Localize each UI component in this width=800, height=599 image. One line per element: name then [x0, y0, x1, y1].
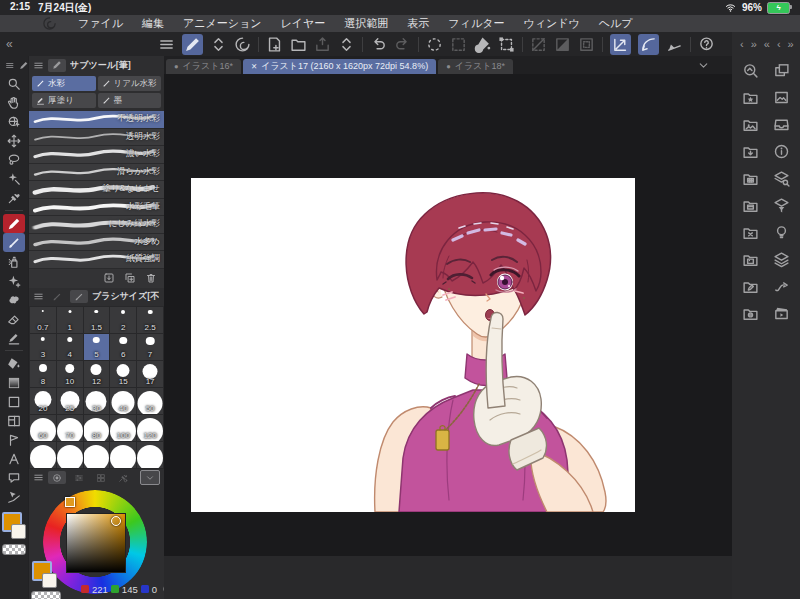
information-icon[interactable]	[773, 143, 790, 160]
size-cell[interactable]: 2.5	[137, 307, 163, 333]
color-panel-menu-icon[interactable]	[33, 472, 44, 483]
undo-icon[interactable]	[370, 36, 387, 53]
menu-selection[interactable]: 選択範囲	[344, 16, 388, 31]
redo-icon[interactable]	[394, 36, 411, 53]
lasso-select-tool[interactable]	[3, 150, 25, 169]
saturation-value-knob[interactable]	[111, 516, 121, 526]
canvas-page[interactable]	[191, 178, 635, 512]
clip-studio-logo-icon[interactable]	[42, 16, 57, 31]
toolbar-menu-icon[interactable]	[158, 36, 175, 53]
size-cell[interactable]	[110, 442, 136, 468]
delete-sub-tool-icon[interactable]	[145, 272, 157, 284]
tool-palette-tab-icon[interactable]	[19, 60, 29, 71]
subtool-group-thick-paint[interactable]: 厚塗り	[32, 93, 96, 108]
gradient-tool[interactable]	[3, 373, 25, 392]
material-favorites-folder-icon[interactable]	[742, 89, 759, 106]
item-tray-icon[interactable]	[773, 116, 790, 133]
size-cell[interactable]: 0.7	[30, 307, 56, 333]
brush-size-tab-inactive[interactable]	[48, 290, 66, 303]
brush-size-menu-icon[interactable]	[33, 291, 44, 302]
menu-layer[interactable]: レイヤー	[281, 16, 326, 31]
size-cell[interactable]: 60	[30, 415, 56, 441]
menu-filter[interactable]: フィルター	[448, 16, 504, 31]
size-cell[interactable]: 2	[110, 307, 136, 333]
menu-animation[interactable]: アニメーション	[183, 16, 262, 31]
brush-item[interactable]: 透明水彩	[29, 129, 164, 147]
material-picture-folder-icon[interactable]	[742, 251, 759, 268]
light-bulb-icon[interactable]	[773, 224, 790, 241]
size-cell[interactable]: 20	[30, 388, 56, 414]
balloon-tool[interactable]	[3, 468, 25, 487]
color-sliders-tab[interactable]	[70, 471, 88, 484]
material-pattern-folder-icon[interactable]	[742, 170, 759, 187]
select-area-icon[interactable]	[450, 36, 467, 53]
size-cell[interactable]	[84, 442, 110, 468]
marker-tool[interactable]	[3, 328, 25, 347]
menu-edit[interactable]: 編集	[142, 16, 164, 31]
material-x-folder-icon[interactable]	[742, 224, 759, 241]
size-cell[interactable]: 6	[110, 334, 136, 360]
text-tool[interactable]	[3, 449, 25, 468]
tool-palette-menu-icon[interactable]	[5, 60, 15, 71]
quick-access-icon[interactable]	[742, 62, 759, 79]
connected-curve-icon[interactable]	[773, 278, 790, 295]
rotate-canvas-tool[interactable]	[3, 112, 25, 131]
material-card-folder-icon[interactable]	[742, 197, 759, 214]
layers-icon[interactable]	[773, 251, 790, 268]
tab-overflow-chevron-icon[interactable]	[697, 59, 710, 72]
move-tool[interactable]	[3, 131, 25, 150]
brush-item[interactable]: 水多め	[29, 234, 164, 252]
menu-window[interactable]: ウィンドウ	[523, 16, 579, 31]
auto-select-tool[interactable]	[3, 169, 25, 188]
updown-chevrons-icon[interactable]	[210, 36, 227, 53]
fill-tool[interactable]	[3, 354, 25, 373]
size-cell[interactable]: 15	[110, 361, 136, 387]
eyedropper-tool[interactable]	[3, 188, 25, 207]
color-set-tab[interactable]	[92, 471, 110, 484]
size-cell[interactable]: 3	[30, 334, 56, 360]
size-cell-selected[interactable]: 5	[84, 334, 110, 360]
brush-item[interactable]: 滑らか水彩	[29, 164, 164, 182]
layer-search-icon[interactable]	[773, 170, 790, 187]
brush-item[interactable]: にじみ縁水彩	[29, 216, 164, 234]
brush-tool[interactable]	[3, 233, 25, 252]
menu-help[interactable]: ヘルプ	[599, 16, 633, 31]
transform-icon[interactable]	[498, 36, 515, 53]
clip-studio-spiral-icon[interactable]	[234, 36, 251, 53]
shape-tool[interactable]	[3, 392, 25, 411]
eraser-tool[interactable]	[3, 309, 25, 328]
sub-color-swatch[interactable]	[42, 573, 57, 588]
subtool-group-watercolor[interactable]: 水彩	[32, 76, 96, 91]
size-cell[interactable]: 1.5	[84, 307, 110, 333]
size-cell[interactable]: 80	[84, 415, 110, 441]
size-cell[interactable]: 50	[137, 388, 163, 414]
chevron-left-icon[interactable]: ‹	[740, 38, 744, 50]
snap-to-ruler-icon[interactable]	[610, 34, 631, 55]
size-cell[interactable]: 10	[57, 361, 83, 387]
duplicate-sub-tool-icon[interactable]	[124, 272, 136, 284]
fill-bucket-icon[interactable]	[474, 36, 491, 53]
zoom-tool[interactable]	[3, 74, 25, 93]
tool-property-icon[interactable]	[182, 34, 203, 55]
color-panel-expand-button[interactable]	[140, 470, 160, 485]
subtool-tab-icon[interactable]	[48, 59, 66, 72]
tab-illust16[interactable]: ●イラスト16*	[166, 59, 241, 74]
brush-item[interactable]: 紙質強調	[29, 251, 164, 269]
subtool-menu-icon[interactable]	[33, 60, 44, 71]
export-icon[interactable]	[314, 36, 331, 53]
material-3d-folder-icon[interactable]	[742, 305, 759, 322]
size-cell[interactable]	[30, 442, 56, 468]
material-image-folder-icon[interactable]	[742, 116, 759, 133]
sub-color-swatch[interactable]	[11, 524, 26, 539]
snap-to-special-ruler-icon[interactable]	[638, 34, 659, 55]
canvas-viewport[interactable]	[164, 74, 732, 556]
navigator-icon[interactable]	[773, 62, 790, 79]
brush-item[interactable]: 濃い水彩	[29, 146, 164, 164]
line-correction-tool[interactable]	[3, 487, 25, 506]
material-download-folder-icon[interactable]	[742, 143, 759, 160]
hand-tool[interactable]	[3, 93, 25, 112]
help-bubble-icon[interactable]	[698, 36, 715, 53]
size-cell[interactable]: 7	[137, 334, 163, 360]
size-cell[interactable]: 120	[137, 415, 163, 441]
open-file-icon[interactable]	[290, 36, 307, 53]
